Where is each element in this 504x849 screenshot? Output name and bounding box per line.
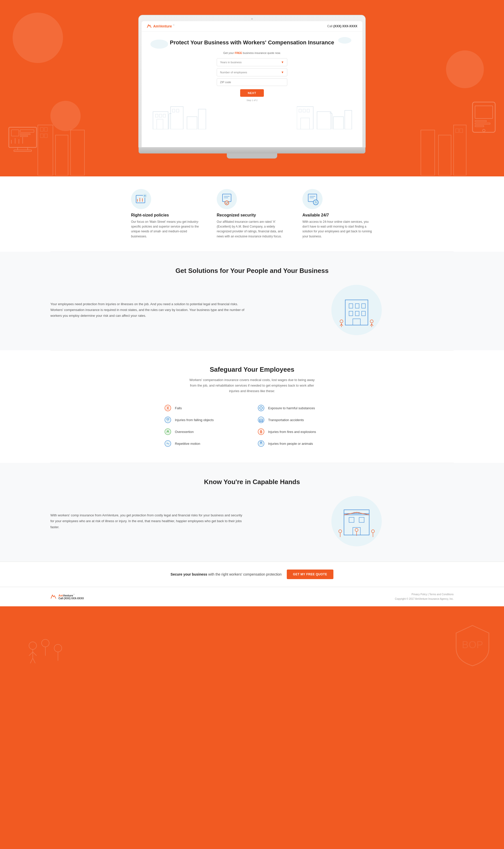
hero-buildings	[152, 104, 352, 129]
years-business-label: Years in business	[220, 61, 242, 64]
svg-rect-49	[307, 109, 309, 112]
falling-objects-label: Injuries from falling objects	[175, 418, 214, 422]
privacy-link[interactable]: Privacy Policy	[412, 593, 427, 596]
svg-rect-76	[349, 311, 353, 316]
cloud-right	[337, 34, 352, 45]
cta-section: Secure your business with the right work…	[0, 562, 504, 587]
feature-3-title: Available 24/7	[302, 213, 373, 217]
cta-rest: with the right workers' compensation pro…	[207, 572, 282, 576]
animals-icon	[257, 439, 265, 448]
svg-rect-79	[353, 319, 360, 325]
feature-right-sized: Right-sized policies Our focus on 'Main …	[131, 189, 202, 239]
svg-rect-78	[362, 311, 365, 316]
transportation-icon	[257, 416, 265, 424]
svg-line-126	[33, 652, 37, 656]
safeguard-item-transportation: Transportation accidents	[257, 416, 340, 424]
svg-rect-50	[301, 118, 309, 129]
svg-point-105	[165, 429, 171, 435]
safeguard-item-overexertion: Overexertion	[164, 428, 247, 436]
footer-logo-group: AmVenture™ Call (XXX) XXX-XXXX	[50, 594, 84, 600]
laptop-camera	[251, 18, 253, 20]
feature-recognized: Recognized security Our affiliated insur…	[217, 189, 287, 239]
safeguard-item-repetitive: Repetitive motion	[164, 439, 247, 448]
capable-body: With workers' comp insurance from AmVent…	[50, 512, 245, 530]
svg-line-82	[340, 324, 341, 326]
zip-input[interactable]	[217, 78, 287, 86]
bottom-decor-people	[25, 631, 76, 682]
safeguard-item-exposure: Exposure to harmful substances	[257, 404, 340, 412]
terms-link[interactable]: Terms and Conditions	[429, 593, 454, 596]
footer-links: Privacy Policy | Terms and Conditions Co…	[395, 592, 454, 601]
years-business-select[interactable]: Years in business ▼	[217, 58, 287, 66]
solutions-body: Your employees need protection from inju…	[50, 301, 245, 319]
feature-1-title: Right-sized policies	[131, 213, 202, 217]
svg-point-84	[370, 320, 373, 323]
safeguard-title: Safeguard Your Employees	[50, 366, 454, 374]
svg-rect-51	[317, 112, 331, 129]
safeguard-subtitle: Workers' compensation insurance covers m…	[189, 377, 315, 394]
logo: AmVenture ™	[147, 24, 175, 28]
falls-label: Falls	[175, 406, 182, 410]
svg-rect-48	[303, 109, 305, 112]
svg-point-33	[338, 38, 345, 43]
laptop-mockup: AmVenture ™ Call (XXX) XXX-XXXX	[0, 0, 504, 159]
cta-button[interactable]: GET MY FREE QUOTE	[287, 570, 334, 579]
logo-text: AmVenture ™	[153, 24, 175, 28]
capable-title: Know You're in Capable Hands	[50, 478, 454, 486]
num-employees-label: Number of employees	[220, 71, 247, 74]
capable-section: Know You're in Capable Hands With worker…	[0, 463, 504, 561]
animals-label: Injuries from people or animals	[268, 442, 313, 446]
svg-point-123	[29, 642, 37, 649]
svg-rect-39	[157, 119, 163, 129]
footer-copyright: Copyright © 2017 AmVenture Insurance Age…	[395, 597, 454, 601]
fires-icon	[257, 428, 265, 436]
num-employees-select[interactable]: Number of employees ▼	[217, 68, 287, 76]
svg-rect-47	[299, 109, 301, 112]
svg-point-129	[41, 639, 49, 647]
svg-rect-53	[345, 110, 352, 129]
site-footer: AmVenture™ Call (XXX) XXX-XXXX Privacy P…	[0, 587, 504, 606]
falling-objects-icon	[164, 416, 172, 424]
solutions-title: Get Solutions for Your People and Your B…	[50, 267, 454, 275]
svg-rect-114	[349, 517, 354, 522]
safeguard-grid: Falls Exposure to harmfu	[164, 404, 340, 448]
svg-rect-75	[362, 304, 365, 308]
svg-line-87	[372, 324, 373, 326]
bottom-decor-shield: BOP	[454, 623, 491, 669]
feature-3-desc: With access to 24-hour online claim serv…	[302, 219, 373, 239]
svg-line-128	[33, 658, 35, 663]
capable-illustration: SHOP	[259, 496, 454, 546]
svg-rect-44	[198, 109, 206, 129]
solutions-illustration	[259, 285, 454, 335]
svg-rect-52	[334, 117, 343, 129]
svg-point-131	[54, 644, 62, 652]
quote-form: Years in business ▼ Number of employees …	[217, 58, 287, 102]
svg-point-121	[355, 528, 358, 531]
falls-icon	[164, 404, 172, 412]
overexertion-label: Overexertion	[175, 430, 194, 434]
logo-am: Am	[153, 24, 159, 28]
laptop-base	[139, 147, 365, 153]
safeguard-section: Safeguard Your Employees Workers' compen…	[0, 350, 504, 463]
next-button[interactable]: NEXT	[240, 89, 264, 97]
header-phone: Call (XXX) XXX-XXXX	[327, 24, 357, 28]
exposure-label: Exposure to harmful substances	[268, 406, 315, 410]
solutions-section: Get Solutions for Your People and Your B…	[0, 252, 504, 350]
fires-label: Injuries from fires and explosions	[268, 430, 316, 434]
svg-line-83	[341, 324, 343, 326]
cta-bold: Secure your business	[170, 572, 208, 576]
svg-rect-77	[355, 311, 359, 316]
svg-rect-73	[349, 304, 353, 308]
svg-point-31	[158, 40, 168, 48]
feature-icon-available	[302, 189, 323, 209]
svg-point-34	[344, 38, 351, 43]
feature-2-desc: Our affiliated insurance carriers are ra…	[217, 219, 287, 239]
safeguard-item-animals: Injuries from people or animals	[257, 439, 340, 448]
svg-point-100	[258, 417, 264, 423]
svg-rect-115	[359, 517, 364, 522]
chevron-down-icon: ▼	[281, 60, 284, 64]
chevron-down-icon-2: ▼	[281, 71, 284, 74]
transportation-label: Transportation accidents	[268, 418, 304, 422]
feature-icon-recognized	[217, 189, 237, 209]
svg-point-117	[339, 530, 342, 533]
